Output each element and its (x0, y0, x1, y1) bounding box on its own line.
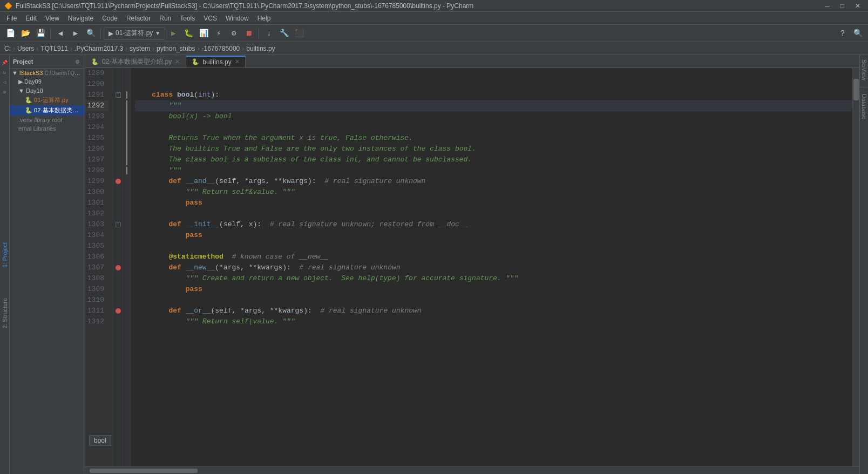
sciview-label[interactable]: SciView (860, 55, 869, 85)
menu-window[interactable]: Window (221, 12, 253, 24)
editor-content: 1289 1290 1291 1292 1293 1294 1295 1296 … (85, 68, 859, 466)
tab-02-basic[interactable]: 🐍 02-基本数据类型介绍.py ✕ (85, 56, 186, 67)
terminal-button[interactable]: ⬛ (292, 26, 306, 40)
breadcrumb-item-users[interactable]: Users (17, 45, 34, 52)
breakpoint-1307[interactable] (116, 265, 121, 270)
new-file-button[interactable]: 📄 (3, 26, 17, 40)
code-1310 (135, 295, 852, 306)
open-button[interactable]: 📂 (18, 26, 32, 40)
code-1295: Returns True when the argument x is true… (135, 133, 852, 144)
tab-label-1[interactable]: 02-基本数据类型介绍.py (102, 57, 172, 66)
tree-item-day10[interactable]: ▼ Day10 (10, 86, 85, 95)
ln-1311: 1311 (85, 306, 109, 316)
maximize-button[interactable]: □ (837, 2, 847, 10)
forward-button[interactable]: ▶ (69, 26, 83, 40)
save-button[interactable]: 💾 (33, 26, 48, 40)
close-button[interactable]: ✕ (852, 2, 864, 10)
horizontal-scrollbar[interactable] (85, 466, 859, 474)
v-scroll-thumb[interactable] (853, 79, 859, 100)
breadcrumb-item-builtins[interactable]: builtins.py (246, 45, 275, 52)
ln-1289: 1289 (85, 68, 109, 79)
vertical-scrollbar[interactable] (852, 68, 859, 466)
code-1309: pass (135, 284, 852, 295)
menu-code[interactable]: Code (98, 12, 122, 24)
tree-item-day09[interactable]: ▶ Day09 (10, 77, 85, 86)
run-config-label: 01-运算符.py (116, 29, 153, 38)
menu-file[interactable]: File (2, 12, 21, 24)
tree-item-libraries[interactable]: ernal Libraries (10, 124, 85, 133)
gutter-1296 (113, 144, 123, 154)
window-controls[interactable]: ─ □ ✕ (822, 2, 864, 10)
breakpoint-1311[interactable] (116, 308, 121, 314)
gutter-1307[interactable] (113, 262, 123, 273)
breakpoint-1299[interactable] (116, 179, 121, 184)
fold-line-start (126, 91, 127, 99)
ln-1292: 1292 (85, 100, 109, 111)
hint-tooltip: bool (89, 435, 111, 446)
help-button[interactable]: ? (836, 26, 850, 40)
breadcrumb-item-id[interactable]: -1676785000 (202, 45, 240, 52)
project-panel-label[interactable]: 1: Project (0, 238, 10, 272)
back-button[interactable]: ◀ (53, 26, 67, 40)
menu-tools[interactable]: Tools (175, 12, 199, 24)
menu-navigate[interactable]: Navigate (64, 12, 98, 24)
toolbar-search-button[interactable]: 🔍 (851, 26, 865, 40)
breadcrumb-item-pycharm[interactable]: .PyCharm2017.3 (74, 45, 123, 52)
menu-vcs[interactable]: VCS (199, 12, 221, 24)
structure-panel-label[interactable]: 2: Structure (0, 294, 10, 333)
tab-close-1[interactable]: ✕ (175, 58, 180, 65)
gutter-1289 (113, 68, 123, 79)
search-button[interactable]: 🔍 (84, 26, 98, 40)
tab-builtins[interactable]: 🐍 builtins.py ✕ (186, 56, 245, 67)
project-header-title: Project (13, 58, 33, 65)
minimize-button[interactable]: ─ (822, 2, 833, 10)
menu-view[interactable]: View (41, 12, 64, 24)
project-settings-icon[interactable]: ⚙ (73, 57, 82, 66)
h-scroll-thumb[interactable] (90, 469, 198, 473)
vcs-button[interactable]: 🔧 (277, 26, 291, 40)
tree-item-venv[interactable]: .venv library root (10, 116, 85, 124)
run-config-selector[interactable]: ▶ 01-运算符.py ▼ (104, 27, 165, 40)
gutter-1291[interactable]: * (113, 90, 123, 100)
breadcrumb-item-c[interactable]: C: (4, 45, 11, 52)
ln-1312: 1312 (85, 316, 109, 327)
gutter-1292 (113, 100, 123, 111)
tab-label-2[interactable]: builtins.py (202, 58, 231, 66)
gear-icon[interactable]: ⚙ (1, 87, 9, 96)
profile-button[interactable]: ⚡ (212, 26, 226, 40)
fold-icon-1303[interactable]: * (116, 222, 121, 227)
sync-icon[interactable]: ↻ (1, 68, 9, 77)
concurrency-button[interactable]: ⚙ (227, 26, 241, 40)
tree-item-file1[interactable]: 🐍 01-运算符.py (10, 95, 85, 105)
fold-icon-1291[interactable]: * (116, 92, 121, 98)
database-label[interactable]: Database (860, 90, 869, 124)
collapse-icon[interactable]: ◁ (1, 78, 9, 86)
code-1296: The builtins True and False are the only… (135, 144, 852, 154)
vcs-update-button[interactable]: ↓ (262, 26, 276, 40)
debug-button[interactable]: 🐛 (181, 26, 195, 40)
gutter-1311[interactable] (113, 306, 123, 316)
tooltip-text: bool (94, 437, 106, 444)
stop-button[interactable]: ⏹ (242, 26, 256, 40)
tab-close-2[interactable]: ✕ (235, 58, 240, 65)
gutter-1299[interactable] (113, 176, 123, 187)
tree-expand-icon: ▼ (12, 70, 18, 76)
breadcrumb-item-system[interactable]: system (130, 45, 150, 52)
tree-item-file2[interactable]: 🐍 02-基本数据类型介绍.py (10, 105, 85, 116)
toolbar-sep3 (259, 28, 259, 39)
gutter-1303[interactable]: * (113, 219, 123, 230)
menu-edit[interactable]: Edit (21, 12, 41, 24)
coverage-button[interactable]: 📊 (196, 26, 211, 40)
window-title: FullStackS3 [C:\Users\TQTL911\PycharmPro… (16, 2, 822, 10)
menu-help[interactable]: Help (253, 12, 275, 24)
run-button[interactable]: ▶ (166, 26, 180, 40)
code-1308: """ Create and return a new object. See … (135, 273, 852, 284)
menu-refactor[interactable]: Refactor (122, 12, 155, 24)
breadcrumb-item-tqtl911[interactable]: TQTL911 (40, 45, 68, 52)
breadcrumb-item-python-stubs[interactable]: python_stubs (157, 45, 195, 52)
tree-item-root[interactable]: ▼ lStackS3 C:\Users\TQTL9... (10, 69, 85, 77)
gutter: * * (113, 68, 123, 466)
pin-icon[interactable]: 📌 (1, 58, 9, 67)
menu-run[interactable]: Run (155, 12, 175, 24)
code-area[interactable]: class bool(int): """ bool(x) -> bool Ret… (131, 68, 852, 466)
